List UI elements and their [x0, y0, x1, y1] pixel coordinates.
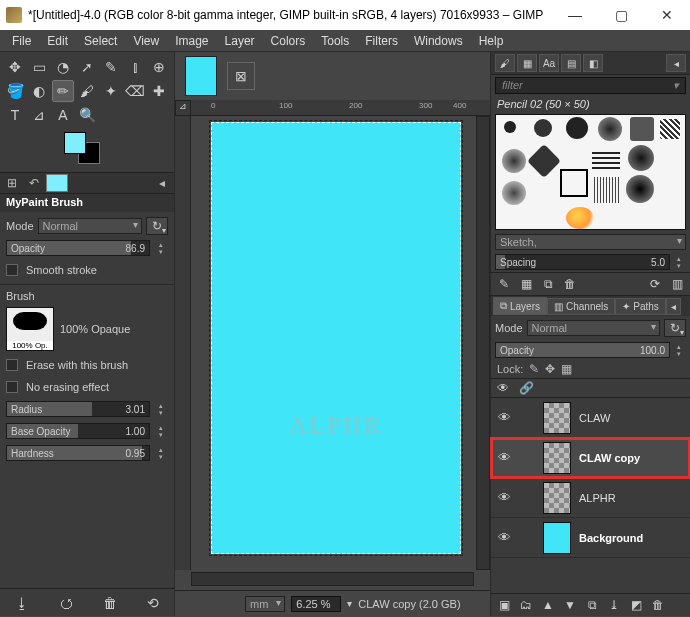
tool-move[interactable]: ✥	[4, 56, 26, 78]
tab-menu-icon[interactable]: ◂	[666, 54, 686, 72]
layer-thumb[interactable]	[543, 482, 571, 514]
tool-gradient[interactable]: ◐	[28, 80, 50, 102]
layer-row[interactable]: 👁 CLAW copy	[491, 438, 690, 478]
brush-del-icon[interactable]: 🗑	[561, 276, 579, 292]
spacing-slider[interactable]: Spacing5.0	[495, 254, 670, 270]
tool-free-select[interactable]: ◔	[52, 56, 74, 78]
layer-opacity-spinner[interactable]: ▴▾	[672, 343, 686, 357]
maximize-button[interactable]: ▢	[598, 0, 644, 30]
save-options-icon[interactable]: ⭳	[15, 595, 29, 611]
brush-open-icon[interactable]: ▥	[668, 276, 686, 292]
tool-mypaint-brush[interactable]: ✏	[52, 80, 74, 102]
tab-undo-history[interactable]	[46, 174, 68, 192]
new-group-icon[interactable]: 🗂	[517, 598, 535, 612]
erase-check[interactable]	[6, 359, 18, 371]
layer-row[interactable]: 👁 ALPHR	[491, 478, 690, 518]
menu-tools[interactable]: Tools	[313, 32, 357, 50]
layer-thumb[interactable]	[543, 522, 571, 554]
tab-gradients[interactable]: ◧	[583, 54, 603, 72]
tab-history[interactable]: ▤	[561, 54, 581, 72]
mode-reset-button[interactable]: ↻	[146, 217, 168, 235]
brush-refresh-icon[interactable]: ⟳	[646, 276, 664, 292]
tool-measure[interactable]: ⊕	[148, 56, 170, 78]
radius-slider[interactable]: Radius3.01	[6, 401, 150, 417]
tab-layers-menu[interactable]: ◂	[666, 298, 681, 315]
smooth-stroke-check[interactable]	[6, 264, 18, 276]
restore-options-icon[interactable]: ⭯	[59, 595, 73, 611]
delete-options-icon[interactable]: 🗑	[103, 595, 117, 611]
brush-preset-dropdown[interactable]: Sketch,	[495, 234, 686, 250]
brush-filter-input[interactable]: filter▾	[495, 77, 686, 94]
layer-name[interactable]: Background	[579, 532, 643, 544]
canvas[interactable]: ALPHR	[211, 122, 461, 554]
layer-up-icon[interactable]: ▲	[539, 598, 557, 612]
layer-opacity-slider[interactable]: Opacity100.0	[495, 342, 670, 358]
tool-brush[interactable]: 🖌	[76, 80, 98, 102]
baseop-slider[interactable]: Base Opacity1.00	[6, 423, 150, 439]
tool-color-picker[interactable]: A	[52, 104, 74, 126]
menu-file[interactable]: File	[4, 32, 39, 50]
brush-edit-icon[interactable]: ✎	[495, 276, 513, 292]
tool-path[interactable]: ⊿	[28, 104, 50, 126]
tool-clone[interactable]: ✦	[100, 80, 122, 102]
menu-select[interactable]: Select	[76, 32, 125, 50]
tab-tool-options[interactable]: ⊞	[2, 174, 22, 192]
merge-layer-icon[interactable]: ⤓	[605, 598, 623, 612]
lock-pixels-icon[interactable]: ✎	[529, 362, 539, 376]
ruler-horizontal[interactable]: 0 100 200 300 400	[191, 100, 490, 116]
scrollbar-vertical[interactable]	[476, 116, 490, 570]
eye-icon[interactable]: 👁	[495, 530, 513, 545]
tool-rect-select[interactable]: ▭	[28, 56, 50, 78]
hardness-spinner[interactable]: ▴▾	[154, 446, 168, 460]
tab-fonts[interactable]: Aa	[539, 54, 559, 72]
ruler-origin[interactable]: ⊿	[175, 100, 191, 116]
layer-thumb[interactable]	[543, 402, 571, 434]
ruler-vertical[interactable]	[175, 116, 191, 570]
tab-channels[interactable]: ▥ Channels	[547, 298, 615, 315]
zoom-field[interactable]: 6.25 %	[291, 596, 341, 612]
opacity-spinner[interactable]: ▴▾	[154, 241, 168, 255]
close-image-button[interactable]: ⊠	[227, 62, 255, 90]
tool-zoom[interactable]: 🔍	[76, 104, 98, 126]
color-swatches[interactable]	[64, 132, 104, 168]
layer-mode-dropdown[interactable]: Normal	[527, 320, 660, 336]
menu-filters[interactable]: Filters	[357, 32, 406, 50]
lock-position-icon[interactable]: ✥	[545, 362, 555, 376]
tool-warp[interactable]: ⫿	[124, 56, 146, 78]
tool-crop[interactable]: ➚	[76, 56, 98, 78]
eye-icon[interactable]: 👁	[495, 490, 513, 505]
scrollbar-horizontal[interactable]	[191, 572, 474, 586]
layer-name[interactable]: CLAW	[579, 412, 610, 424]
canvas-viewport[interactable]: ALPHR	[191, 116, 474, 570]
hardness-slider[interactable]: Hardness0.95	[6, 445, 150, 461]
new-layer-icon[interactable]: ▣	[495, 598, 513, 612]
radius-spinner[interactable]: ▴▾	[154, 402, 168, 416]
minimize-button[interactable]: —	[552, 0, 598, 30]
spacing-spinner[interactable]: ▴▾	[672, 255, 686, 269]
layer-thumb[interactable]	[543, 442, 571, 474]
tab-configure-icon[interactable]: ◂	[152, 174, 172, 192]
eye-icon[interactable]: 👁	[495, 450, 513, 465]
tab-brushes[interactable]: 🖌	[495, 54, 515, 72]
tool-text[interactable]: T	[4, 104, 26, 126]
tab-patterns[interactable]: ▦	[517, 54, 537, 72]
tab-layers[interactable]: ⧉ Layers	[493, 297, 547, 315]
menu-windows[interactable]: Windows	[406, 32, 471, 50]
image-thumbnail[interactable]	[185, 56, 217, 96]
delete-layer-icon[interactable]: 🗑	[649, 598, 667, 612]
reset-options-icon[interactable]: ⟲	[147, 595, 159, 611]
unit-dropdown[interactable]: mm	[245, 596, 285, 612]
tool-eraser[interactable]: ⌫	[124, 80, 146, 102]
menu-help[interactable]: Help	[471, 32, 512, 50]
layer-row[interactable]: 👁 Background	[491, 518, 690, 558]
menu-image[interactable]: Image	[167, 32, 216, 50]
tool-heal[interactable]: ✚	[148, 80, 170, 102]
menu-view[interactable]: View	[125, 32, 167, 50]
layer-row[interactable]: 👁 CLAW	[491, 398, 690, 438]
tool-transform[interactable]: ✎	[100, 56, 122, 78]
tab-device[interactable]: ↶	[24, 174, 44, 192]
close-button[interactable]: ✕	[644, 0, 690, 30]
mask-layer-icon[interactable]: ◩	[627, 598, 645, 612]
brush-grid[interactable]	[495, 114, 686, 230]
layer-down-icon[interactable]: ▼	[561, 598, 579, 612]
